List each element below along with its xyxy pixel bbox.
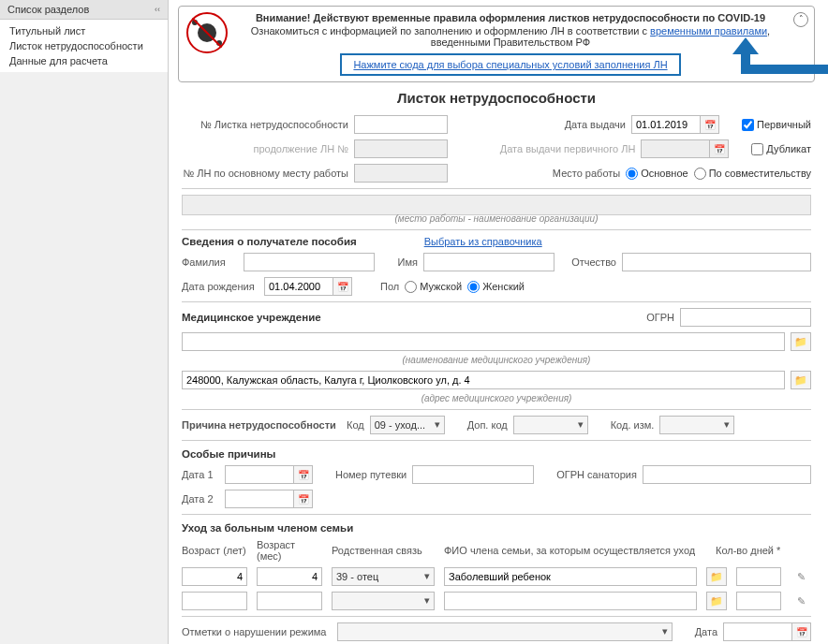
med-addr-input[interactable] — [182, 371, 785, 389]
med-section-title: Медицинское учреждение — [182, 312, 321, 323]
continuation-input — [354, 139, 448, 158]
date2-input[interactable] — [225, 490, 294, 508]
main-place-label: № ЛН по основному месту работы — [182, 168, 348, 179]
sex-female-radio[interactable]: Женский — [467, 281, 525, 293]
fio-input[interactable] — [444, 567, 697, 586]
patronymic-input[interactable] — [622, 253, 811, 271]
med-name-input[interactable] — [182, 332, 785, 351]
sidebar-header: Список разделов ‹‹ — [0, 0, 168, 20]
calendar-icon[interactable]: 📅 — [701, 115, 719, 134]
add-code-select[interactable] — [513, 416, 588, 434]
sanatorium-ogrn-label: ОГРН санатория — [556, 469, 637, 480]
sidebar-list: Титульный лист Листок нетрудоспособности… — [0, 20, 168, 72]
notice-title: Внимание! Действуют временные правила оф… — [235, 12, 786, 23]
firstname-input[interactable] — [423, 253, 554, 271]
fio-input-2[interactable] — [444, 592, 697, 610]
folder-icon[interactable]: 📁 — [791, 371, 811, 389]
date1-input[interactable] — [225, 465, 294, 484]
reason-label: Причина нетрудоспособности — [182, 419, 341, 431]
code-label: Код — [347, 419, 364, 431]
sex-male-radio[interactable]: Мужской — [405, 281, 462, 293]
firstname-label: Имя — [380, 256, 418, 268]
relation-label: Родственная связь — [332, 545, 435, 556]
sidebar-item-calc-data[interactable]: Данные для расчета — [0, 53, 168, 68]
rules-link[interactable]: временными правилами — [650, 25, 767, 37]
workplace-label: Место работы — [553, 168, 620, 179]
voucher-label: Номер путевки — [335, 469, 407, 480]
violation-date-input[interactable] — [723, 622, 792, 641]
lastname-input[interactable] — [244, 253, 375, 271]
primary-date-input — [641, 139, 710, 158]
sidebar-title: Список разделов — [7, 4, 89, 15]
violation-select[interactable] — [337, 622, 673, 641]
duplicate-checkbox[interactable]: Дубликат — [751, 143, 811, 155]
reason-code-select[interactable]: 09 - уход... — [370, 416, 445, 434]
special-conditions-frame: Нажмите сюда для выбора специальных усло… — [340, 53, 680, 76]
calendar-icon: 📅 — [710, 139, 729, 158]
ln-number-input[interactable] — [354, 115, 448, 134]
ln-number-label: № Листка нетрудоспособности — [182, 119, 348, 130]
relation-select[interactable]: 39 - отец — [332, 567, 435, 586]
violation-label: Отметки о нарушении режима — [182, 626, 332, 637]
main-place-input — [354, 164, 448, 183]
code-change-label: Код. изм. — [611, 419, 655, 431]
page-title: Листок нетрудоспособности — [174, 90, 819, 106]
violation-date-label: Дата — [695, 626, 717, 637]
primary-date-label: Дата выдачи первичного ЛН — [500, 143, 636, 154]
org-name-input[interactable] — [182, 195, 811, 215]
workplace-main-radio[interactable]: Основное — [626, 168, 688, 180]
med-name-hint: (наименование медицинского учреждения) — [182, 355, 811, 365]
ogrn-input[interactable] — [680, 308, 811, 327]
issue-date-label: Дата выдачи — [565, 119, 626, 130]
issue-date-input[interactable] — [631, 115, 701, 134]
days-input[interactable] — [736, 567, 781, 586]
med-addr-hint: (адрес медицинского учреждения) — [182, 393, 811, 403]
workplace-combi-radio[interactable]: По совместительству — [694, 168, 811, 180]
age-months-input[interactable] — [257, 567, 322, 586]
voucher-input[interactable] — [412, 465, 534, 484]
birthdate-input[interactable] — [264, 277, 333, 296]
patronymic-label: Отчество — [560, 256, 616, 268]
code-change-select[interactable] — [659, 416, 734, 434]
covid-forbidden-icon — [186, 12, 228, 53]
folder-icon[interactable]: 📁 — [706, 592, 727, 610]
sidebar-item-sick-leave[interactable]: Листок нетрудоспособности — [0, 38, 168, 53]
birthdate-label: Дата рождения — [182, 281, 259, 292]
date1-label: Дата 1 — [182, 469, 219, 480]
special-conditions-link[interactable]: Нажмите сюда для выбора специальных усло… — [353, 59, 667, 70]
care-section-title: Уход за больным членом семьи — [182, 522, 811, 534]
sidebar-item-title-sheet[interactable]: Титульный лист — [0, 23, 168, 38]
select-from-ref-link[interactable]: Выбрать из справочника — [424, 236, 542, 247]
sex-label: Пол — [380, 281, 399, 292]
ogrn-label: ОГРН — [646, 312, 674, 323]
sidebar: Список разделов ‹‹ Титульный лист Листок… — [0, 0, 169, 644]
primary-checkbox[interactable]: Первичный — [742, 119, 811, 131]
age-months-input-2[interactable] — [257, 592, 322, 610]
calendar-icon[interactable]: 📅 — [294, 465, 313, 484]
pencil-icon[interactable]: ✎ — [791, 567, 811, 586]
continuation-label: продолжение ЛН № — [182, 143, 348, 154]
age-months-label: Возраст (мес) — [257, 539, 322, 562]
chevron-left-icon[interactable]: ‹‹ — [155, 5, 160, 14]
covid-notice: ˄ Внимание! Действуют временные правила … — [178, 6, 815, 82]
age-years-label: Возраст (лет) — [182, 545, 247, 556]
sanatorium-ogrn-input[interactable] — [643, 465, 811, 484]
calendar-icon[interactable]: 📅 — [333, 277, 352, 296]
age-years-input[interactable] — [182, 567, 247, 586]
collapse-icon[interactable]: ˄ — [793, 12, 808, 27]
calendar-icon[interactable]: 📅 — [294, 490, 313, 508]
days-label: Кол-во дней * — [716, 545, 781, 556]
pencil-icon[interactable]: ✎ — [791, 592, 811, 610]
add-code-label: Доп. код — [467, 419, 508, 431]
relation-select-2[interactable] — [332, 592, 435, 610]
folder-icon[interactable]: 📁 — [791, 332, 811, 351]
notice-body: Ознакомиться с информацией по заполнению… — [235, 25, 786, 48]
recipient-section-title: Сведения о получателе пособия — [182, 236, 357, 247]
calendar-icon[interactable]: 📅 — [792, 622, 811, 641]
fio-label: ФИО члена семьи, за которым осуществляет… — [444, 545, 706, 556]
age-years-input-2[interactable] — [182, 592, 247, 610]
days-input-2[interactable] — [736, 592, 781, 610]
date2-label: Дата 2 — [182, 493, 219, 505]
folder-icon[interactable]: 📁 — [706, 567, 727, 586]
lastname-label: Фамилия — [182, 256, 238, 268]
